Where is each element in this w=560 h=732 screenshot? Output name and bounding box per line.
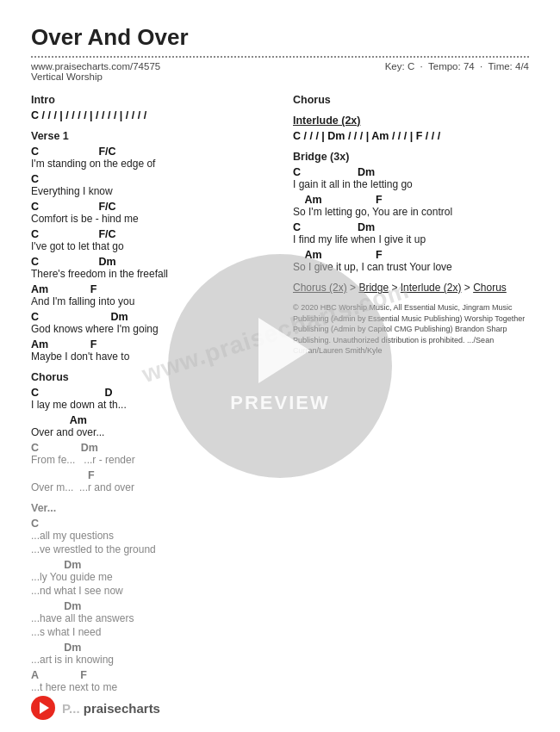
chorus-left-label: Chorus <box>31 371 272 383</box>
interlude-label: Interlude (2x) <box>293 115 529 127</box>
verse2-line-7: Dm ...art is in knowing <box>31 642 272 666</box>
interlude-section: Interlude (2x) C / / / | Dm / / / | Am /… <box>293 115 529 142</box>
intro-section: Intro C / / / | / / / / | / / / / | / / … <box>31 94 272 121</box>
chorus-right-label: Chorus <box>293 94 529 106</box>
verse1-line-1: C F/C I'm standing on the edge of <box>31 146 272 170</box>
lyric: And I'm falling into you <box>31 295 272 307</box>
logo-play-button[interactable] <box>31 696 55 720</box>
sequence-arrow1: > <box>350 282 358 294</box>
chorus-right-section: Chorus <box>293 94 529 106</box>
chorus-left-line-2: Am Over and over... <box>31 414 272 438</box>
chord: Am F <box>293 194 529 206</box>
chord: A F <box>31 669 272 681</box>
chord: Dm <box>31 600 272 612</box>
two-col-layout: Intro C / / / | / / / / | / / / / | / / … <box>31 94 529 702</box>
lyric: I gain it all in the letting go <box>293 178 529 190</box>
lyric: ...ve wrestled to the ground <box>31 543 272 555</box>
chord: F <box>31 469 272 481</box>
verse1-line-6: Am F And I'm falling into you <box>31 283 272 307</box>
meta-row: www.praisecharts.com/74575 Vertical Wors… <box>31 61 529 82</box>
verse1-section: Verse 1 C F/C I'm standing on the edge o… <box>31 130 272 363</box>
chord: C Dm <box>31 256 272 268</box>
verse1-label: Verse 1 <box>31 130 272 142</box>
verse1-line-4: C F/C I've got to let that go <box>31 228 272 252</box>
chord: Dm <box>31 559 272 571</box>
bridge-section: Bridge (3x) C Dm I gain it all in the le… <box>293 151 529 273</box>
sequence-bridge: Bridge <box>358 282 389 294</box>
chord: C F/C <box>31 201 272 213</box>
lyric: I'm standing on the edge of <box>31 158 272 170</box>
sequence-chorus2: Chorus <box>473 282 507 294</box>
lyric: So I give it up, I can trust Your love <box>293 261 529 273</box>
verse2-line-2: ...ve wrestled to the ground <box>31 543 272 555</box>
sequence-arrow3: > <box>464 282 473 294</box>
verse2-line-1: C ...all my questions <box>31 518 272 542</box>
page: Over And Over www.praisecharts.com/74575… <box>0 0 560 732</box>
sequence-arrow2: > <box>391 282 400 294</box>
bridge-line-1: C Dm I gain it all in the letting go <box>293 166 529 190</box>
lyric: Over m... ...r and over <box>31 481 272 493</box>
chord: C D <box>31 387 272 399</box>
logo-faded: P... <box>62 701 80 716</box>
lyric: ...t here next to me <box>31 681 272 693</box>
verse2-line-6: ...s what I need <box>31 626 272 638</box>
meta-right: Key: C · Tempo: 74 · Time: 4/4 <box>385 61 529 82</box>
lyric: Over and over... <box>31 426 272 438</box>
lyric: ...all my questions <box>31 530 272 542</box>
chord: C Dm <box>293 221 529 233</box>
chord: Am <box>31 414 272 426</box>
lyric: Maybe I don't have to <box>31 350 272 363</box>
bridge-label: Bridge (3x) <box>293 151 529 163</box>
lyric: I find my life when I give it up <box>293 233 529 245</box>
verse2-section: Ver... C ...all my questions ...ve wrest… <box>31 502 272 693</box>
logo-name: praisecharts <box>84 701 160 716</box>
chorus-left-line-3: C Dm From fe... ...r - render <box>31 442 272 466</box>
logo-bar: P... praisecharts <box>31 696 160 720</box>
sequence-chorus1: Chorus (2x) <box>293 282 347 294</box>
verse1-line-5: C Dm There's freedom in the freefall <box>31 256 272 280</box>
key: Key: C <box>385 61 415 71</box>
chord: Am F <box>293 249 529 261</box>
verse2-line-3: Dm ...ly You guide me <box>31 559 272 583</box>
copyright: © 2020 HBC Worship Music, All Essential … <box>293 302 529 357</box>
lyric: God knows where I'm going <box>31 323 272 335</box>
chord: C Dm <box>31 442 272 454</box>
url: www.praisecharts.com/74575 <box>31 61 160 71</box>
lyric: Everything I know <box>31 185 272 197</box>
sequence-label: Chorus (2x) > Bridge > Interlude (2x) > … <box>293 282 529 294</box>
lyric: I've got to let that go <box>31 240 272 252</box>
bridge-line-3: C Dm I find my life when I give it up <box>293 221 529 245</box>
chorus-left-section: Chorus C D I lay me down at th... Am Ove… <box>31 371 272 493</box>
chorus-left-line-4: F Over m... ...r and over <box>31 469 272 493</box>
verse1-line-7: C Dm God knows where I'm going <box>31 311 272 335</box>
chorus-left-line-1: C D I lay me down at th... <box>31 387 272 411</box>
verse1-line-3: C F/C Comfort is be - hind me <box>31 201 272 225</box>
chord: Am F <box>31 283 272 295</box>
lyric: ...have all the answers <box>31 612 272 624</box>
lyric: ...nd what I see now <box>31 585 272 597</box>
chord: C F/C <box>31 146 272 158</box>
intro-label: Intro <box>31 94 272 106</box>
lyric: ...ly You guide me <box>31 571 272 583</box>
tempo: Tempo: 74 <box>428 61 475 71</box>
chord: C Dm <box>293 166 529 178</box>
lyric: So I'm letting go, You are in control <box>293 206 529 218</box>
sequence-interlude: Interlude (2x) <box>401 282 462 294</box>
bridge-line-4: Am F So I give it up, I can trust Your l… <box>293 249 529 273</box>
lyric: From fe... ...r - render <box>31 454 272 466</box>
bridge-line-2: Am F So I'm letting go, You are in contr… <box>293 194 529 218</box>
chord: C Dm <box>31 311 272 323</box>
artist: Vertical Worship <box>31 71 160 82</box>
interlude-chords: C / / / | Dm / / / | Am / / / | F / / / <box>293 130 529 142</box>
col-right: Chorus Interlude (2x) C / / / | Dm / / /… <box>293 94 529 702</box>
time: Time: 4/4 <box>488 61 529 71</box>
lyric: There's freedom in the freefall <box>31 268 272 280</box>
chord: C <box>31 518 272 530</box>
sequence-section: Chorus (2x) > Bridge > Interlude (2x) > … <box>293 282 529 294</box>
intro-chords: C / / / | / / / / | / / / / | / / / / <box>31 109 272 121</box>
lyric: ...s what I need <box>31 626 272 638</box>
song-title: Over And Over <box>31 24 529 51</box>
divider <box>31 56 529 58</box>
verse1-line-8: Am F Maybe I don't have to <box>31 338 272 363</box>
chord: Am F <box>31 338 272 350</box>
